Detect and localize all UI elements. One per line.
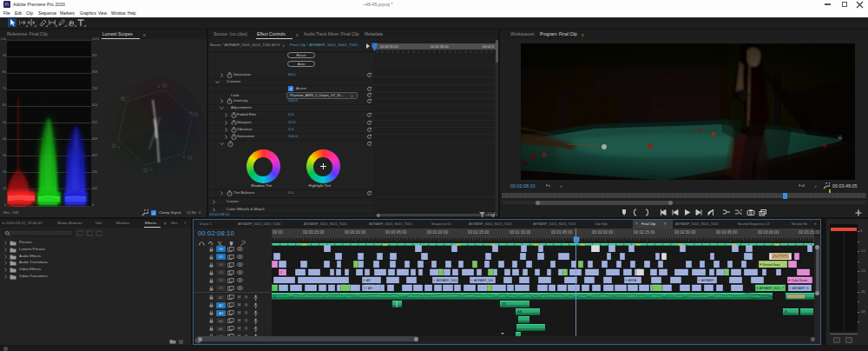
svg-text:AR: AR <box>366 279 371 282</box>
svg-text:AKRAWF: AKRAWF <box>701 279 713 282</box>
svg-text:B: B <box>183 156 185 159</box>
svg-text:Nested Sequ: Nested Sequ <box>763 263 780 267</box>
svg-text:AKRAWF_5001_: AKRAWF_5001_ <box>437 279 459 282</box>
svg-text:AKRA: AKRA <box>628 279 637 282</box>
svg-text:Mg: Mg <box>189 111 193 115</box>
svg-text:AKRAWF_S001_T: AKRAWF_S001_T <box>760 287 784 290</box>
svg-text:AR: AR <box>368 287 372 290</box>
svg-text:AKRAWF_500: AKRAWF_500 <box>474 279 493 282</box>
svg-text:Color Name: Color Name <box>792 279 807 282</box>
svg-text:Yl: Yl <box>127 96 129 100</box>
svg-text:2: 2 <box>280 271 282 275</box>
svg-text:SS: SS <box>502 302 507 306</box>
svg-text:AKRAWF_S: AKRAWF_S <box>792 287 809 290</box>
svg-text:Cy: Cy <box>149 168 153 171</box>
svg-text:AA: AA <box>517 310 523 314</box>
